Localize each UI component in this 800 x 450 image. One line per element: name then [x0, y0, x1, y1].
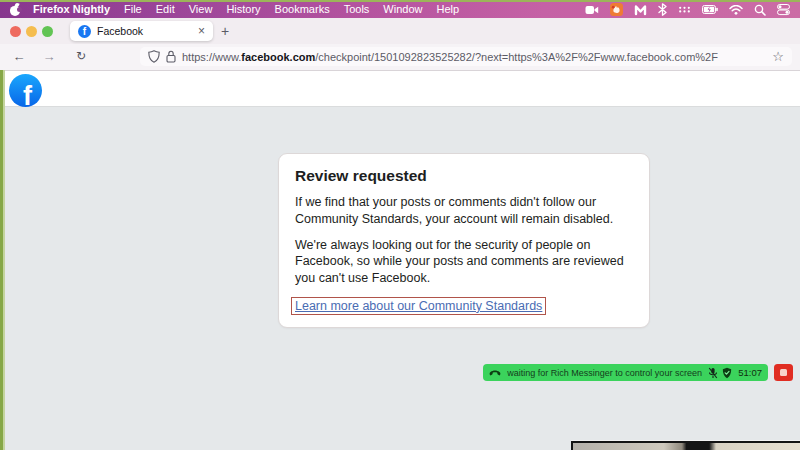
new-tab-button[interactable]: + [221, 21, 229, 41]
traffic-light-minimize[interactable] [26, 26, 37, 37]
share-timer: 51:07 [738, 367, 762, 378]
menu-item-edit[interactable]: Edit [149, 1, 182, 18]
facebook-logo[interactable]: f [9, 74, 42, 107]
menu-item-help[interactable]: Help [429, 1, 466, 18]
screen-share-bar: waiting for Rich Messinger to control yo… [483, 364, 768, 381]
app-orange-icon[interactable] [610, 3, 623, 16]
wallpaper-edge-left [0, 70, 5, 450]
menu-item-file[interactable]: File [117, 1, 149, 18]
control-center-icon[interactable] [777, 3, 790, 16]
community-standards-link[interactable]: Learn more about our Community Standards [291, 297, 546, 315]
keyboard-icon[interactable] [678, 4, 691, 15]
url-text: https://www.facebook.com/checkpoint/1501… [182, 51, 718, 63]
tab-close-icon[interactable]: × [198, 24, 205, 38]
battery-charging-icon[interactable] [702, 5, 718, 14]
card-title: Review requested [295, 167, 633, 185]
back-button[interactable]: ← [8, 44, 30, 69]
background-window-peek[interactable] [571, 441, 800, 450]
menubar-status-icons [585, 3, 790, 16]
menu-item-window[interactable]: Window [376, 1, 429, 18]
wallpaper-edge-top [0, 0, 800, 2]
browser-tab-bar: f Facebook × + [0, 18, 800, 44]
facebook-page-header [0, 70, 800, 107]
review-requested-card: Review requested If we find that your po… [278, 153, 650, 328]
traffic-light-zoom[interactable] [42, 26, 53, 37]
lock-icon[interactable] [166, 50, 176, 63]
tracking-shield-icon[interactable] [148, 50, 160, 63]
mic-muted-icon[interactable] [708, 367, 718, 379]
stop-icon [780, 369, 787, 376]
browser-tab-facebook[interactable]: f Facebook × [70, 21, 213, 41]
bookmark-star-icon[interactable]: ☆ [772, 47, 784, 66]
shield-check-icon [722, 367, 732, 379]
url-bar[interactable]: https://www.facebook.com/checkpoint/1501… [140, 47, 792, 66]
screen: Firefox Nightly File Edit View History B… [0, 0, 800, 450]
reload-button[interactable]: ↻ [70, 44, 92, 69]
traffic-light-close[interactable] [10, 26, 21, 37]
forward-button[interactable]: → [38, 44, 60, 69]
menu-item-view[interactable]: View [182, 1, 220, 18]
apple-menu-icon[interactable] [10, 4, 20, 16]
menu-item-history[interactable]: History [219, 1, 267, 18]
share-status-text: waiting for Rich Messinger to control yo… [505, 368, 704, 378]
tab-title: Facebook [97, 25, 192, 37]
card-paragraph-2: We're always looking out for the securit… [295, 237, 633, 287]
video-camera-icon[interactable] [585, 4, 599, 16]
menu-item-tools[interactable]: Tools [337, 1, 377, 18]
phone-icon [489, 367, 501, 378]
facebook-favicon: f [78, 25, 91, 38]
menu-item-bookmarks[interactable]: Bookmarks [268, 1, 337, 18]
spotlight-search-icon[interactable] [754, 4, 766, 16]
wifi-icon[interactable] [729, 5, 743, 15]
menu-item-firefox-nightly[interactable]: Firefox Nightly [26, 1, 117, 18]
macos-menu-bar: Firefox Nightly File Edit View History B… [0, 1, 800, 18]
browser-toolbar: ← → ↻ https://www.facebook.com/checkpoin… [0, 44, 800, 71]
bluetooth-icon[interactable] [658, 3, 667, 16]
background-window-content [573, 443, 800, 450]
card-paragraph-1: If we find that your posts or comments d… [295, 194, 633, 228]
stop-sharing-button[interactable] [774, 364, 793, 381]
app-m-icon[interactable] [634, 3, 647, 16]
